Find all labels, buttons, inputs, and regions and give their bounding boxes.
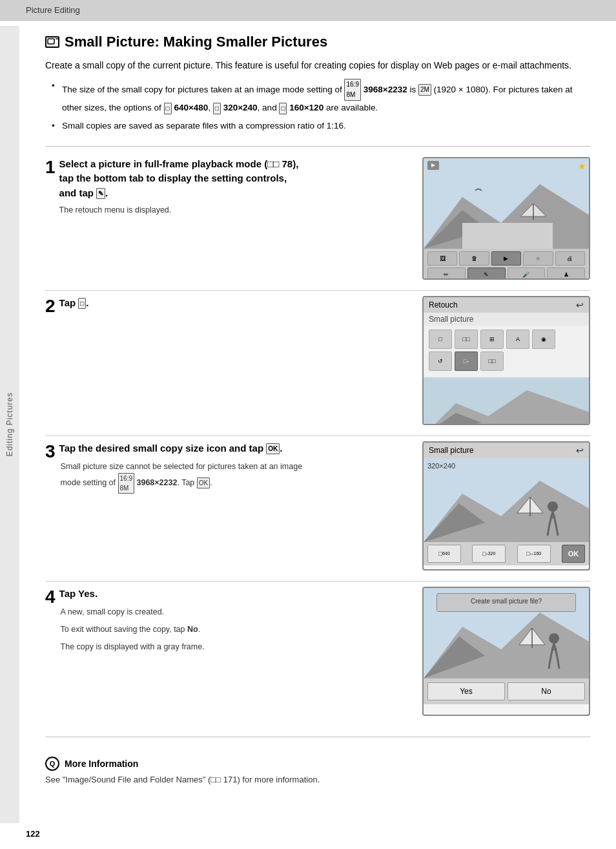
step-4-note2: To exit without saving the copy, tap No.	[59, 624, 205, 636]
star-badge: ★	[578, 161, 586, 171]
screen2-icon-row1: □ □□ ⊞ A ◉	[429, 330, 584, 349]
title-icon	[45, 36, 59, 48]
step-1-section: 1 Select a picture in full-frame playbac…	[45, 157, 590, 291]
step-4-content: Tap Yes. A new, small copy is created. T…	[59, 587, 205, 653]
step-2-row: 2 Tap □.	[45, 296, 409, 315]
ok-button[interactable]: OK	[562, 545, 585, 563]
retouch-icon-6[interactable]: ↺	[429, 351, 452, 371]
step-1-row: 1 Select a picture in full-frame playbac…	[45, 157, 409, 216]
dialog-overlay: Create small picture file?	[436, 593, 576, 612]
step-2-left: 2 Tap □.	[45, 296, 409, 425]
screen3-title: Small picture	[429, 446, 473, 455]
step-3-content: Tap the desired small copy size icon and…	[59, 441, 305, 494]
retouch-icon-2[interactable]: □□	[455, 330, 478, 349]
back-arrow-icon[interactable]: ↩	[576, 300, 584, 310]
section-divider-top	[45, 146, 590, 147]
step-4-section: 4 Tap Yes. A new, small copy is created.…	[45, 587, 590, 726]
retouch-icon-8[interactable]: □□	[480, 351, 504, 371]
ctrl-icon-9[interactable]: ♟	[547, 267, 585, 280]
no-button[interactable]: No	[508, 682, 585, 700]
screen2-landscape-svg	[424, 377, 589, 425]
retouch-icon-5[interactable]: ◉	[532, 330, 555, 349]
ctrl-icon-3[interactable]: ▶	[491, 251, 521, 266]
screen2-label: Small picture	[424, 313, 589, 326]
step-2-heading: Tap □.	[59, 296, 89, 311]
screen-mockup-1: ▶ ★ 🖼 🗑 ▶ ○ 🖨 ✏ ✎ 🎤 ♟	[422, 157, 590, 280]
dialog-title: Create small picture file?	[441, 598, 571, 605]
screen3-back-icon[interactable]: ↩	[576, 445, 584, 456]
page-title: Small Picture: Making Smaller Pictures	[45, 34, 590, 50]
screen1-image-area: ▶ ★	[424, 158, 589, 249]
size-btn-320[interactable]: □-320	[472, 545, 506, 563]
retouch-icon: ✎	[96, 188, 105, 199]
step-2-content: Tap □.	[59, 296, 89, 315]
step-1-note: The retouch menu is displayed.	[59, 204, 305, 216]
book-ref-1: □□	[267, 158, 279, 169]
step-1-heading: Select a picture in full-frame playback …	[59, 157, 305, 201]
ctrl-icon-1[interactable]: 🖼	[427, 251, 457, 266]
more-info-title: Q More Information	[45, 757, 590, 771]
step-4-row: 4 Tap Yes. A new, small copy is created.…	[45, 587, 409, 653]
step-1-left: 1 Select a picture in full-frame playbac…	[45, 157, 409, 280]
screen3-image: 320×240	[424, 458, 589, 542]
step-3-heading: Tap the desired small copy size icon and…	[59, 441, 305, 456]
step-1-screen: ▶ ★ 🖼 🗑 ▶ ○ 🖨 ✏ ✎ 🎤 ♟	[422, 157, 590, 280]
sidebar: Editing Pictures	[0, 26, 19, 823]
screen2-image	[424, 377, 589, 425]
step-3-screen: Small picture ↩	[422, 441, 590, 571]
screen1-controls: 🖼 🗑 ▶ ○ 🖨 ✏ ✎ 🎤 ♟	[424, 249, 589, 280]
retouch-icon-3[interactable]: ⊞	[480, 330, 504, 349]
size-160-icon: □	[279, 103, 287, 114]
screen3-landscape-svg	[424, 458, 589, 542]
svg-point-17	[548, 501, 558, 512]
screen2-icon-row2: ↺ □- □□	[429, 351, 584, 371]
step-3-left: 3 Tap the desired small copy size icon a…	[45, 441, 409, 571]
svg-rect-1	[48, 39, 54, 44]
ctrl-icon-8[interactable]: 🎤	[508, 267, 546, 280]
ctrl-icon-5[interactable]: 🖨	[555, 251, 585, 266]
size-btn-160[interactable]: □--160	[517, 545, 551, 563]
ctrl-icon-2[interactable]: 🗑	[459, 251, 489, 266]
ctrl-icon-7[interactable]: ✎	[467, 267, 506, 280]
screen1-landscape-svg	[424, 158, 589, 249]
retouch-icon-1[interactable]: □	[429, 330, 452, 349]
ok-icon-step3: OK	[266, 443, 280, 454]
section-divider-bottom	[45, 737, 590, 737]
more-info-title-text: More Information	[65, 759, 138, 769]
screen3-header: Small picture ↩	[424, 443, 589, 458]
screen-mockup-3: Small picture ↩	[422, 441, 590, 571]
size-btn-640[interactable]: □640	[427, 545, 461, 563]
play-icon: ▶	[427, 161, 439, 170]
step-4-note3: The copy is displayed with a gray frame.	[59, 641, 205, 653]
intro-text: Create a small copy of the current pictu…	[45, 58, 590, 72]
step-3-note: Small picture size cannot be selected fo…	[59, 461, 305, 494]
screen-mockup-4: Create small picture file? Yes No	[422, 587, 590, 716]
step-3-number: 3	[45, 443, 56, 461]
step-3-row: 3 Tap the desired small copy size icon a…	[45, 441, 409, 494]
book-ref-more: □□	[210, 775, 221, 784]
screen4-bottom: Yes No	[424, 678, 589, 704]
sidebar-label: Editing Pictures	[5, 392, 14, 456]
bullet-item-1: The size of the small copy for pictures …	[52, 79, 590, 115]
icon-grid-row1: 🖼 🗑 ▶ ○ 🖨	[427, 251, 585, 266]
step-2-number: 2	[45, 297, 56, 315]
ctrl-icon-4[interactable]: ○	[523, 251, 553, 266]
yes-button[interactable]: Yes	[427, 682, 505, 700]
screen2-title: Retouch	[429, 300, 458, 309]
step-4-note1: A new, small copy is created.	[59, 606, 205, 618]
step-1-content: Select a picture in full-frame playback …	[59, 157, 305, 216]
more-info-section: Q More Information See "Image/Sound File…	[45, 750, 590, 784]
screen2-header: Retouch ↩	[424, 297, 589, 313]
step-2-section: 2 Tap □. Retouch ↩ Small picture □	[45, 296, 590, 436]
size-320-icon: □	[213, 103, 221, 114]
page-title-text: Small Picture: Making Smaller Pictures	[65, 34, 327, 50]
main-content: Small Picture: Making Smaller Pictures C…	[19, 21, 616, 810]
retouch-icon-7-small-pic[interactable]: □-	[455, 351, 478, 371]
header-bar: Picture Editing	[0, 0, 616, 21]
bullet-list: The size of the small copy for pictures …	[45, 79, 590, 132]
retouch-icon-4[interactable]: A	[506, 330, 529, 349]
step-3-section: 3 Tap the desired small copy size icon a…	[45, 441, 590, 582]
more-info-text: See "Image/Sound File and Folder Names" …	[45, 775, 590, 784]
ctrl-icon-6[interactable]: ✏	[427, 267, 466, 280]
image-mode-icon-step3: 16:98M	[118, 473, 134, 494]
